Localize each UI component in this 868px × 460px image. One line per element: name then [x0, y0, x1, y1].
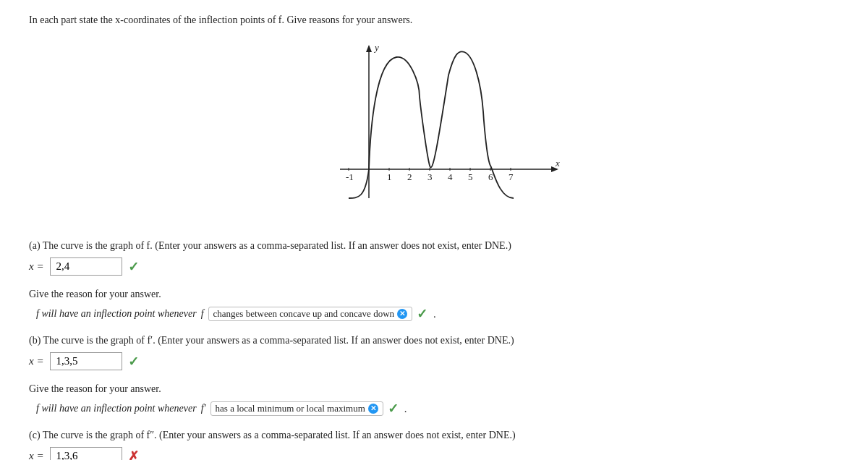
reason-a-period: . [433, 308, 436, 320]
reason-b-dropdown-text: has a local minimum or local maximum [216, 403, 365, 414]
part-a-x-equals: x = [29, 260, 44, 273]
reason-a-f-label: f [201, 308, 204, 320]
reason-a-section: Give the reason for your answer. f will … [29, 289, 839, 322]
reason-b-check-icon: ✓ [388, 401, 399, 417]
part-a-answer-row: x = ✓ [29, 257, 839, 276]
part-a-check-icon: ✓ [128, 259, 139, 275]
part-b-answer-row: x = ✓ [29, 352, 839, 370]
part-c-input[interactable] [50, 447, 122, 460]
part-b-x-equals: x = [29, 355, 44, 367]
reason-a-dropdown-icon: ✕ [397, 309, 407, 319]
svg-text:6: 6 [488, 171, 493, 182]
part-c-section: (c) The curve is the graph of f″. (Enter… [29, 430, 839, 460]
header-text: In each part state the x-coordinates of … [29, 14, 839, 26]
reason-a-dropdown[interactable]: changes between concave up and concave d… [208, 307, 413, 321]
reason-a-check-icon: ✓ [417, 306, 427, 322]
svg-text:5: 5 [468, 171, 473, 182]
reason-b-f-label: f′ [201, 403, 206, 414]
svg-text:x: x [555, 158, 560, 169]
part-b-section: (b) The curve is the graph of f′. (Enter… [29, 335, 839, 370]
part-c-answer-row: x = ✗ [29, 447, 839, 460]
graph-container: -1 1 2 3 4 5 6 7 y x [29, 39, 839, 227]
part-c-x-equals: x = [29, 450, 44, 460]
svg-text:y: y [373, 42, 379, 53]
reason-b-period: . [404, 403, 407, 415]
function-graph: -1 1 2 3 4 5 6 7 y x [297, 39, 571, 227]
svg-text:4: 4 [448, 171, 453, 182]
svg-text:1: 1 [387, 171, 392, 182]
svg-text:2: 2 [407, 171, 412, 182]
part-b-label: (b) The curve is the graph of f′. (Enter… [29, 335, 839, 346]
reason-a-line: f will have an inflection point whenever… [36, 306, 839, 322]
part-a-label: (a) The curve is the graph of f. (Enter … [29, 240, 839, 252]
svg-text:-1: -1 [346, 171, 354, 182]
svg-text:7: 7 [509, 171, 514, 182]
reason-a-prefix: f will have an inflection point whenever [36, 308, 197, 320]
reason-a-label: Give the reason for your answer. [29, 289, 839, 300]
reason-b-prefix: f will have an inflection point whenever [36, 403, 197, 414]
part-a-input[interactable] [50, 257, 122, 276]
svg-text:3: 3 [427, 171, 433, 182]
reason-b-label: Give the reason for your answer. [29, 383, 839, 395]
part-b-input[interactable] [50, 352, 122, 370]
svg-marker-2 [366, 45, 372, 52]
reason-b-dropdown[interactable]: has a local minimum or local maximum ✕ [210, 401, 383, 416]
reason-b-block: f will have an inflection point whenever… [36, 401, 839, 417]
part-c-cross-icon: ✗ [128, 448, 139, 461]
part-b-check-icon: ✓ [128, 354, 139, 370]
reason-a-block: f will have an inflection point whenever… [36, 306, 839, 322]
part-c-label: (c) The curve is the graph of f″. (Enter… [29, 430, 839, 441]
reason-b-line: f will have an inflection point whenever… [36, 401, 839, 417]
part-a-section: (a) The curve is the graph of f. (Enter … [29, 240, 839, 276]
reason-b-section: Give the reason for your answer. f will … [29, 383, 839, 417]
reason-a-dropdown-text: changes between concave up and concave d… [213, 308, 395, 320]
reason-b-dropdown-icon: ✕ [368, 404, 378, 414]
